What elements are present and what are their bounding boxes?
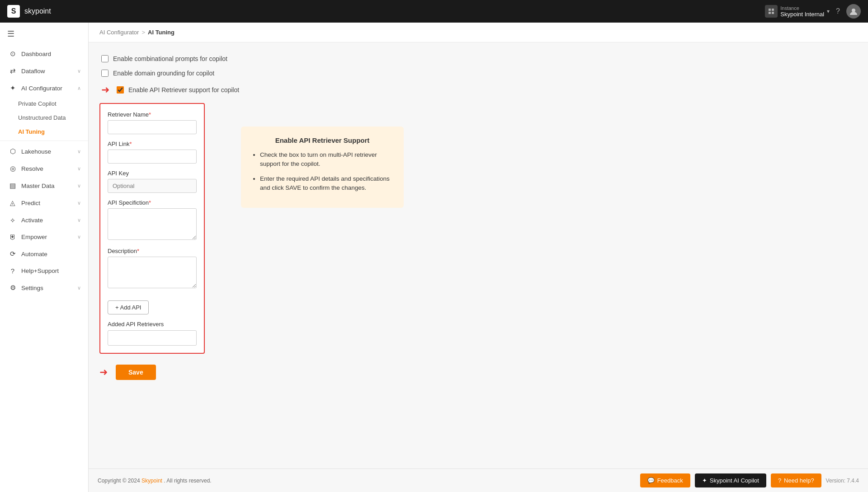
two-column-layout: Retriever Name* API Link* API Key (99, 99, 857, 354)
sidebar-item-ai-configurator[interactable]: ✦ AI Configurator ∧ (0, 80, 88, 97)
api-form-box: Retriever Name* API Link* API Key (99, 103, 205, 354)
help-support-icon: ? (9, 267, 17, 275)
chevron-down-icon: ∨ (77, 68, 81, 74)
api-specification-textarea[interactable] (108, 208, 197, 240)
app-name: skypoint (24, 7, 51, 15)
automate-icon: ⟳ (9, 250, 17, 258)
added-retrievers-input[interactable] (108, 330, 197, 346)
api-link-label: API Link* (108, 141, 197, 147)
copilot-button[interactable]: ✦ Skypoint AI Copilot (695, 473, 766, 487)
api-retriever-label: Enable API Retriever support for copilot (128, 86, 239, 94)
chevron-down-icon: ∨ (77, 166, 81, 172)
checkbox-row-api-retriever: ➜ Enable API Retriever support for copil… (99, 80, 857, 99)
skypoint-link[interactable]: Skypoint (142, 478, 162, 484)
retriever-name-input[interactable] (108, 120, 197, 134)
sidebar-item-label: Help+Support (21, 267, 81, 274)
api-key-group: API Key (108, 170, 197, 193)
description-textarea[interactable] (108, 257, 197, 288)
help-icon[interactable]: ? (836, 7, 840, 15)
api-key-label: API Key (108, 170, 197, 177)
arrow-indicator-icon: ➜ (101, 84, 109, 96)
description-label: Description* (108, 248, 197, 254)
sidebar-item-unstructured-data[interactable]: Unstructured Data (0, 111, 88, 125)
svg-point-4 (852, 9, 855, 12)
sidebar-item-dataflow[interactable]: ⇄ Dataflow ∨ (0, 62, 88, 80)
add-api-button[interactable]: + Add API (108, 300, 149, 314)
api-link-input[interactable] (108, 150, 197, 164)
api-specification-group: API Specifiction* (108, 199, 197, 241)
ai-configurator-icon: ✦ (9, 84, 17, 92)
added-retrievers-label: Added API Retrievers (108, 321, 197, 328)
api-key-input[interactable] (108, 179, 197, 193)
breadcrumb-parent[interactable]: AI Configurator (99, 29, 139, 36)
chevron-down-icon: ∨ (77, 183, 81, 189)
chevron-down-icon: ∨ (77, 200, 81, 206)
api-link-group: API Link* (108, 141, 197, 164)
api-retriever-checkbox[interactable] (117, 86, 124, 94)
master-data-icon: ▤ (9, 182, 17, 190)
sidebar-item-activate[interactable]: ⟡ Activate ∨ (0, 211, 88, 229)
sidebar-item-label: Dashboard (21, 51, 81, 57)
svg-rect-0 (769, 9, 771, 11)
sidebar-item-label: Settings (21, 285, 73, 291)
sidebar-item-empower[interactable]: ⛨ Empower ∨ (0, 229, 88, 245)
lakehouse-icon: ⬡ (9, 147, 17, 155)
instance-name: Skypoint Internal (780, 11, 824, 18)
sidebar-item-lakehouse[interactable]: ⬡ Lakehouse ∨ (0, 143, 88, 160)
added-api-retrievers-section: Added API Retrievers (108, 321, 197, 346)
sidebar-item-label: Master Data (21, 183, 73, 189)
sidebar-item-label: Automate (21, 251, 81, 258)
hamburger-menu[interactable]: ☰ (0, 23, 88, 45)
feedback-button[interactable]: 💬 Feedback (640, 473, 690, 487)
sidebar-item-automate[interactable]: ⟳ Automate (0, 245, 88, 262)
need-help-button[interactable]: ? Need help? (771, 473, 821, 487)
need-help-icon: ? (778, 477, 781, 484)
chevron-down-icon: ∨ (77, 149, 81, 155)
svg-rect-3 (772, 12, 774, 14)
main-layout: ☰ ⊙ Dashboard ⇄ Dataflow ∨ ✦ AI Configur… (0, 23, 868, 492)
sidebar-item-help-support[interactable]: ? Help+Support (0, 262, 88, 279)
domain-grounding-checkbox[interactable] (101, 70, 108, 77)
save-button[interactable]: Save (116, 365, 156, 380)
sidebar-item-private-copilot[interactable]: Private Copilot (0, 97, 88, 111)
activate-icon: ⟡ (9, 216, 17, 224)
sidebar-item-label: Activate (21, 217, 73, 224)
resolve-icon: ◎ (9, 164, 17, 173)
api-specification-label: API Specifiction* (108, 199, 197, 206)
svg-rect-2 (769, 12, 771, 14)
chevron-down-icon: ∨ (77, 234, 81, 240)
chevron-up-icon: ∧ (77, 85, 81, 91)
sidebar-item-label: Predict (21, 200, 73, 206)
checkbox-row-domain: Enable domain grounding for copilot (99, 66, 857, 80)
info-box-item-2: Enter the required API details and speci… (260, 174, 393, 193)
combinational-label: Enable combinational prompts for copilot (113, 55, 227, 62)
sidebar-item-label: Lakehouse (21, 148, 73, 155)
chevron-down-icon: ∨ (77, 285, 81, 291)
sidebar-item-label: Resolve (21, 165, 73, 172)
svg-rect-1 (772, 9, 774, 11)
sidebar-item-master-data[interactable]: ▤ Master Data ∨ (0, 177, 88, 194)
topbar: S skypoint Instance Skypoint Internal ▾ … (0, 0, 868, 23)
domain-label: Enable domain grounding for copilot (113, 70, 214, 77)
sidebar-item-settings[interactable]: ⚙ Settings ∨ (0, 279, 88, 296)
version-text: Version: 7.4.4 (826, 478, 859, 484)
sidebar-item-predict[interactable]: ◬ Predict ∨ (0, 194, 88, 211)
breadcrumb-current: AI Tuning (148, 29, 175, 36)
sidebar-item-ai-tuning[interactable]: AI Tuning (0, 125, 88, 139)
topbar-right: Instance Skypoint Internal ▾ ? (765, 4, 861, 19)
content-area: AI Configurator > AI Tuning Enable combi… (89, 23, 868, 492)
page-content: Enable combinational prompts for copilot… (89, 42, 868, 469)
save-arrow-indicator-icon: ➜ (99, 366, 108, 378)
copyright-text: Copyright © 2024 Skypoint . All rights r… (98, 478, 212, 484)
avatar[interactable] (846, 4, 861, 19)
copilot-icon: ✦ (702, 477, 707, 484)
combinational-checkbox[interactable] (101, 55, 108, 62)
sidebar-item-label: Empower (21, 234, 73, 240)
predict-icon: ◬ (9, 199, 17, 207)
description-group: Description* (108, 248, 197, 290)
dataflow-icon: ⇄ (9, 67, 17, 75)
instance-block[interactable]: Instance Skypoint Internal ▾ (765, 5, 830, 18)
sidebar-item-dashboard[interactable]: ⊙ Dashboard (0, 45, 88, 62)
sidebar-item-resolve[interactable]: ◎ Resolve ∨ (0, 160, 88, 177)
retriever-name-label: Retriever Name* (108, 111, 197, 118)
